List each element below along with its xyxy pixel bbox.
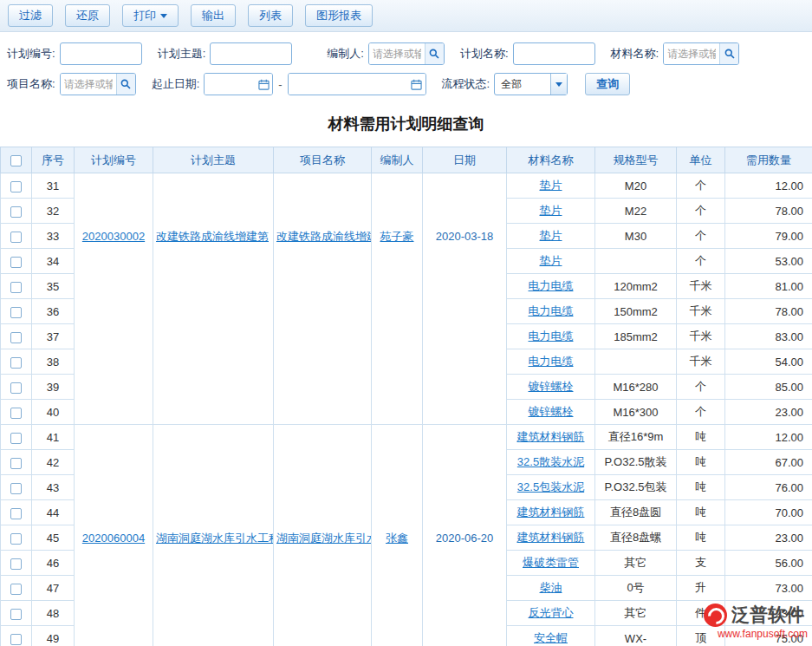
plan-topic-label: 计划主题: bbox=[158, 46, 206, 62]
material-link[interactable]: 柴油 bbox=[540, 581, 562, 594]
material-cell: 建筑材料钢筋 bbox=[507, 500, 595, 525]
material-link[interactable]: 镀锌螺栓 bbox=[529, 380, 574, 393]
qty-cell: 70.00 bbox=[725, 500, 812, 525]
search-icon[interactable] bbox=[116, 74, 135, 95]
serial-cell: 48 bbox=[32, 601, 75, 626]
project-name-link[interactable]: 湖南洞庭湖水库引水工 bbox=[276, 532, 372, 545]
search-icon[interactable] bbox=[425, 43, 444, 64]
serial-cell: 32 bbox=[32, 199, 75, 224]
qty-cell: 12.00 bbox=[725, 173, 812, 199]
material-link[interactable]: 垫片 bbox=[540, 229, 562, 242]
author-input[interactable] bbox=[369, 43, 425, 64]
serial-cell: 40 bbox=[32, 400, 75, 425]
unit-cell: 千米 bbox=[677, 274, 725, 299]
material-link[interactable]: 32.5包装水泥 bbox=[517, 480, 584, 493]
row-checkbox[interactable] bbox=[10, 558, 22, 570]
material-link[interactable]: 镀锌螺栓 bbox=[529, 405, 574, 418]
unit-cell: 千米 bbox=[677, 324, 725, 349]
material-link[interactable]: 建筑材料钢筋 bbox=[517, 430, 585, 443]
end-date-input[interactable] bbox=[289, 74, 408, 95]
material-link[interactable]: 建筑材料钢筋 bbox=[517, 531, 585, 544]
material-cell: 32.5散装水泥 bbox=[507, 450, 595, 475]
project-name-link[interactable]: 改建铁路成渝线增建 bbox=[276, 230, 372, 243]
material-cell: 垫片 bbox=[507, 249, 595, 274]
select-all-checkbox[interactable] bbox=[10, 155, 22, 166]
plan-no-link-cell: 2020060004 bbox=[75, 425, 153, 646]
project-input[interactable] bbox=[61, 74, 116, 95]
material-link[interactable]: 垫片 bbox=[540, 254, 562, 267]
material-link[interactable]: 电力电缆 bbox=[529, 330, 574, 343]
material-link[interactable]: 反光背心 bbox=[529, 606, 574, 619]
spec-cell: 直径8盘螺 bbox=[595, 525, 677, 551]
material-cell: 爆破类雷管 bbox=[507, 551, 595, 576]
row-checkbox[interactable] bbox=[10, 307, 22, 318]
row-checkbox[interactable] bbox=[10, 257, 22, 268]
graph-report-button[interactable]: 图形报表 bbox=[305, 4, 373, 27]
plan-no-link[interactable]: 2020030002 bbox=[82, 230, 145, 243]
material-link[interactable]: 电力电缆 bbox=[529, 304, 574, 317]
qty-cell: 85.00 bbox=[725, 375, 812, 400]
material-cell: 垫片 bbox=[507, 224, 595, 249]
qty-cell: 23.00 bbox=[725, 601, 812, 626]
calendar-icon[interactable] bbox=[408, 74, 425, 95]
plan-topic-input[interactable] bbox=[210, 42, 292, 65]
date-value-cell: 2020-06-20 bbox=[423, 425, 507, 646]
query-button[interactable]: 查询 bbox=[585, 73, 630, 95]
col-qty: 需用数量 bbox=[725, 147, 812, 173]
row-checkbox[interactable] bbox=[10, 181, 22, 192]
material-input[interactable] bbox=[664, 43, 719, 64]
row-checkbox[interactable] bbox=[10, 332, 22, 343]
material-link[interactable]: 电力电缆 bbox=[529, 279, 574, 292]
serial-cell: 41 bbox=[32, 425, 75, 450]
row-checkbox[interactable] bbox=[10, 508, 22, 519]
row-checkbox[interactable] bbox=[10, 609, 22, 620]
row-checkbox[interactable] bbox=[10, 357, 22, 369]
calendar-icon[interactable] bbox=[255, 74, 272, 95]
row-checkbox[interactable] bbox=[10, 584, 22, 595]
row-checkbox[interactable] bbox=[10, 433, 22, 444]
plan-name-input[interactable] bbox=[513, 42, 595, 65]
row-checkbox[interactable] bbox=[10, 533, 22, 545]
start-date-input[interactable] bbox=[205, 74, 255, 95]
row-checkbox[interactable] bbox=[10, 232, 22, 243]
print-button[interactable]: 打印 bbox=[122, 4, 179, 27]
material-link[interactable]: 垫片 bbox=[540, 204, 562, 217]
checkbox-cell bbox=[1, 425, 32, 450]
author-link[interactable]: 苑子豪 bbox=[380, 230, 414, 243]
plan-no-input[interactable] bbox=[60, 42, 142, 65]
search-icon[interactable] bbox=[719, 43, 738, 64]
table-row: 412020060004湖南洞庭湖水库引水工程湖南洞庭湖水库引水工张鑫2020-… bbox=[1, 425, 812, 450]
checkbox-cell bbox=[1, 400, 32, 425]
qty-cell: 12.00 bbox=[725, 425, 812, 450]
row-checkbox[interactable] bbox=[10, 483, 22, 494]
row-checkbox[interactable] bbox=[10, 382, 22, 394]
status-select[interactable]: 全部 bbox=[494, 73, 568, 95]
spec-cell: M16*280 bbox=[595, 375, 677, 400]
export-button[interactable]: 输出 bbox=[191, 4, 236, 27]
material-link[interactable]: 爆破类雷管 bbox=[523, 556, 579, 569]
plan-no-link[interactable]: 2020060004 bbox=[82, 532, 145, 545]
plan-topic-link[interactable]: 改建铁路成渝线增建第 bbox=[156, 230, 269, 243]
list-view-button[interactable]: 列表 bbox=[248, 4, 293, 27]
material-search-box bbox=[663, 42, 739, 65]
material-link[interactable]: 32.5散装水泥 bbox=[517, 455, 584, 468]
chevron-down-icon bbox=[160, 14, 167, 18]
unit-cell: 千米 bbox=[677, 349, 725, 375]
plan-topic-link[interactable]: 湖南洞庭湖水库引水工程 bbox=[156, 532, 274, 545]
material-link[interactable]: 建筑材料钢筋 bbox=[517, 506, 585, 519]
row-checkbox[interactable] bbox=[10, 408, 22, 419]
export-button-label: 输出 bbox=[202, 8, 224, 23]
material-link[interactable]: 安全帽 bbox=[534, 631, 568, 644]
col-unit: 单位 bbox=[677, 147, 725, 173]
filter-button[interactable]: 过滤 bbox=[8, 4, 53, 27]
row-checkbox[interactable] bbox=[10, 206, 22, 218]
unit-cell: 升 bbox=[677, 576, 725, 601]
row-checkbox[interactable] bbox=[10, 282, 22, 293]
row-checkbox[interactable] bbox=[10, 634, 22, 645]
material-link[interactable]: 垫片 bbox=[540, 179, 562, 192]
row-checkbox[interactable] bbox=[10, 458, 22, 469]
spec-cell: 其它 bbox=[595, 601, 677, 626]
restore-button[interactable]: 还原 bbox=[65, 4, 110, 27]
author-link[interactable]: 张鑫 bbox=[386, 532, 408, 545]
material-link[interactable]: 电力电缆 bbox=[529, 355, 574, 368]
